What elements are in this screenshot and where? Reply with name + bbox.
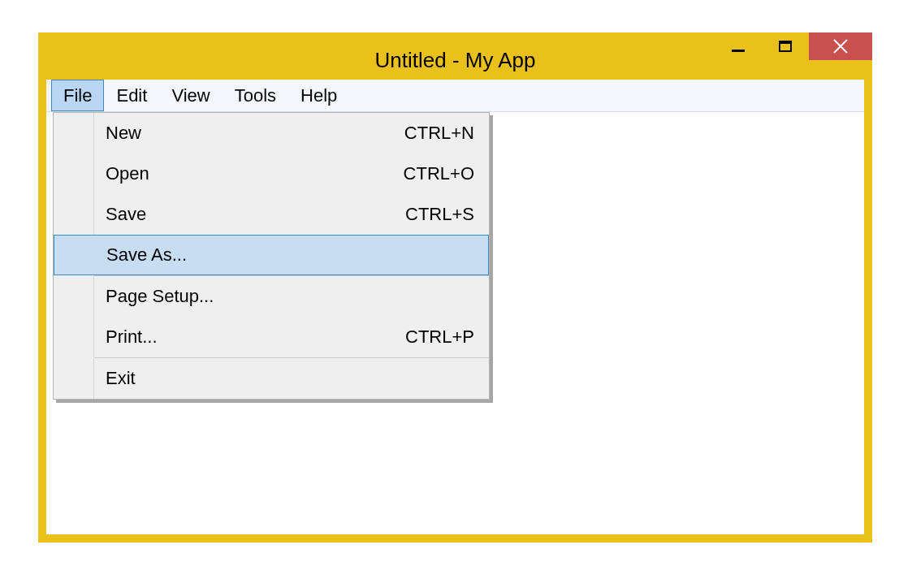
menu-file-label: File bbox=[63, 85, 92, 106]
menu-tools-label: Tools bbox=[235, 85, 276, 106]
minimize-button[interactable] bbox=[715, 32, 762, 60]
menu-item-new[interactable]: New CTRL+N bbox=[54, 113, 489, 153]
menu-item-label: Open bbox=[94, 163, 404, 184]
menu-edit-label: Edit bbox=[116, 85, 147, 106]
menu-item-exit[interactable]: Exit bbox=[54, 358, 489, 399]
maximize-button[interactable] bbox=[762, 32, 809, 60]
menu-item-shortcut: CTRL+P bbox=[405, 326, 489, 348]
menu-item-label: Save As... bbox=[95, 244, 473, 266]
menu-item-open[interactable]: Open CTRL+O bbox=[54, 153, 489, 194]
close-button[interactable] bbox=[809, 32, 872, 60]
menu-item-shortcut: CTRL+O bbox=[404, 163, 489, 184]
menu-item-shortcut: CTRL+N bbox=[404, 123, 489, 144]
menu-gutter bbox=[54, 153, 94, 194]
menu-item-page-setup[interactable]: Page Setup... bbox=[54, 276, 489, 317]
menu-tools[interactable]: Tools bbox=[223, 80, 288, 111]
menu-view[interactable]: View bbox=[159, 80, 222, 111]
menu-item-label: Page Setup... bbox=[94, 286, 474, 307]
menu-gutter bbox=[54, 317, 94, 357]
window-controls bbox=[715, 32, 872, 60]
menu-edit[interactable]: Edit bbox=[104, 80, 159, 111]
menu-view-label: View bbox=[171, 85, 210, 106]
menu-help-label: Help bbox=[300, 85, 337, 106]
menu-item-save-as[interactable]: Save As... bbox=[54, 235, 489, 275]
menu-gutter bbox=[54, 358, 94, 399]
menu-gutter bbox=[54, 276, 94, 317]
maximize-icon bbox=[779, 41, 792, 52]
app-window: Untitled - My App File Edit View bbox=[38, 32, 872, 543]
menu-item-label: Exit bbox=[94, 368, 474, 389]
menu-item-label: Print... bbox=[94, 326, 405, 348]
menu-item-label: New bbox=[94, 123, 404, 144]
menu-gutter bbox=[54, 194, 94, 235]
menu-item-print[interactable]: Print... CTRL+P bbox=[54, 317, 489, 357]
file-menu-dropdown: New CTRL+N Open CTRL+O Save CTRL+S Save … bbox=[53, 112, 490, 400]
menubar: File Edit View Tools Help bbox=[46, 80, 864, 112]
menu-gutter bbox=[54, 113, 94, 153]
menu-gutter bbox=[54, 236, 95, 275]
menu-file[interactable]: File bbox=[51, 80, 104, 111]
menu-item-save[interactable]: Save CTRL+S bbox=[54, 194, 489, 235]
menu-item-shortcut: CTRL+S bbox=[405, 204, 489, 225]
menu-help[interactable]: Help bbox=[288, 80, 349, 111]
minimize-icon bbox=[732, 50, 745, 52]
close-icon bbox=[832, 37, 849, 55]
menu-item-label: Save bbox=[94, 204, 405, 225]
titlebar[interactable]: Untitled - My App bbox=[46, 41, 864, 80]
